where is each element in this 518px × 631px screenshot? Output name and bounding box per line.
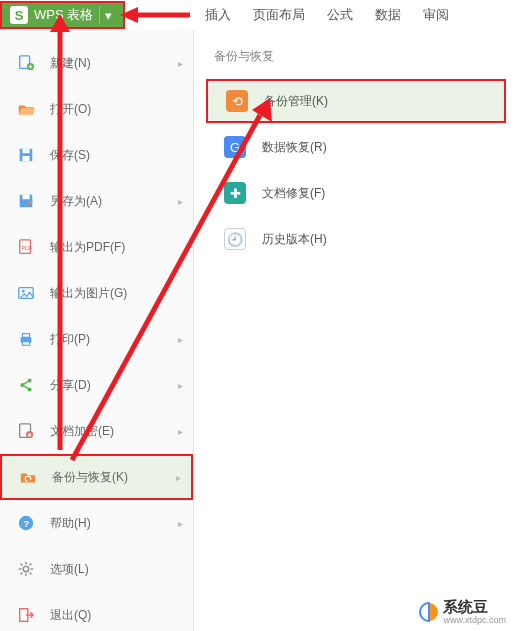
- menu-item-backup[interactable]: 备份与恢复(K)▸: [0, 454, 193, 500]
- menu-label: 选项(L): [50, 561, 89, 578]
- menu-item-saveas[interactable]: 另存为(A)▸: [0, 178, 193, 224]
- open-icon: [16, 99, 36, 119]
- app-name: WPS 表格: [34, 6, 93, 24]
- submenu-icon: ✚: [224, 182, 246, 204]
- chevron-right-icon: ▸: [178, 58, 183, 69]
- submenu-label: 数据恢复(R): [262, 139, 327, 156]
- submenu-icon: G: [224, 136, 246, 158]
- menu-label: 输出为PDF(F): [50, 239, 125, 256]
- menu-item-pdf[interactable]: PDF输出为PDF(F): [0, 224, 193, 270]
- print-icon: [16, 329, 36, 349]
- submenu-label: 文档修复(F): [262, 185, 325, 202]
- menu-item-options[interactable]: 选项(L): [0, 546, 193, 592]
- submenu-item-0[interactable]: ⟲备份管理(K): [206, 79, 506, 123]
- svg-rect-3: [22, 149, 29, 154]
- watermark: 系统豆 www.xtdpc.com: [419, 598, 506, 625]
- menu-label: 打印(P): [50, 331, 90, 348]
- save-icon: [16, 145, 36, 165]
- submenu-item-3[interactable]: 🕘历史版本(H): [206, 217, 506, 261]
- menu-label: 备份与恢复(K): [52, 469, 128, 486]
- file-menu: 新建(N)▸打开(O)保存(S)另存为(A)▸PDF输出为PDF(F)输出为图片…: [0, 30, 194, 631]
- submenu-item-2[interactable]: ✚文档修复(F): [206, 171, 506, 215]
- menu-item-open[interactable]: 打开(O): [0, 86, 193, 132]
- menu-label: 打开(O): [50, 101, 91, 118]
- menu-item-help[interactable]: ?帮助(H)▸: [0, 500, 193, 546]
- encrypt-icon: [16, 421, 36, 441]
- svg-text:PDF: PDF: [22, 245, 33, 251]
- chevron-right-icon: ▸: [178, 518, 183, 529]
- chevron-right-icon: ▸: [176, 472, 181, 483]
- menu-label: 文档加密(E): [50, 423, 114, 440]
- menu-item-new[interactable]: 新建(N)▸: [0, 40, 193, 86]
- menu-label: 输出为图片(G): [50, 285, 127, 302]
- options-icon: [16, 559, 36, 579]
- svg-line-27: [21, 564, 23, 566]
- menu-label: 分享(D): [50, 377, 91, 394]
- submenu-icon: ⟲: [226, 90, 248, 112]
- chevron-right-icon: ▸: [178, 334, 183, 345]
- svg-line-30: [30, 564, 32, 566]
- ribbon-tabs: 插入 页面布局 公式 数据 审阅: [205, 6, 449, 24]
- submenu-panel: 备份与恢复 ⟲备份管理(K)G数据恢复(R)✚文档修复(F)🕘历史版本(H): [194, 30, 518, 631]
- submenu-label: 备份管理(K): [264, 93, 328, 110]
- pdf-icon: PDF: [16, 237, 36, 257]
- tab-formula[interactable]: 公式: [327, 6, 353, 24]
- submenu-label: 历史版本(H): [262, 231, 327, 248]
- help-icon: ?: [16, 513, 36, 533]
- menu-label: 新建(N): [50, 55, 91, 72]
- chevron-down-icon: ▾: [99, 6, 117, 24]
- image-icon: [16, 283, 36, 303]
- chevron-right-icon: ▸: [178, 380, 183, 391]
- svg-text:?: ?: [23, 518, 29, 529]
- svg-rect-12: [22, 334, 29, 338]
- menu-label: 另存为(A): [50, 193, 102, 210]
- svg-rect-19: [28, 434, 31, 437]
- share-icon: [16, 375, 36, 395]
- menu-item-share[interactable]: 分享(D)▸: [0, 362, 193, 408]
- app-logo-icon: S: [10, 6, 28, 24]
- app-menu-button[interactable]: S WPS 表格 ▾: [0, 1, 125, 29]
- svg-point-10: [22, 290, 25, 293]
- menu-item-exit[interactable]: 退出(Q): [0, 592, 193, 631]
- menu-label: 帮助(H): [50, 515, 91, 532]
- submenu-item-1[interactable]: G数据恢复(R): [206, 125, 506, 169]
- submenu-icon: 🕘: [224, 228, 246, 250]
- menu-item-encrypt[interactable]: 文档加密(E)▸: [0, 408, 193, 454]
- chevron-right-icon: ▸: [178, 196, 183, 207]
- svg-rect-13: [22, 342, 29, 346]
- watermark-logo-icon: [419, 602, 439, 622]
- backup-icon: [18, 467, 38, 487]
- svg-point-22: [23, 566, 28, 571]
- menu-label: 退出(Q): [50, 607, 91, 624]
- menu-item-image[interactable]: 输出为图片(G): [0, 270, 193, 316]
- watermark-url: www.xtdpc.com: [443, 615, 506, 625]
- svg-line-28: [30, 573, 32, 575]
- saveas-icon: [16, 191, 36, 211]
- new-icon: [16, 53, 36, 73]
- tab-data[interactable]: 数据: [375, 6, 401, 24]
- exit-icon: [16, 605, 36, 625]
- svg-line-29: [21, 573, 23, 575]
- tab-review[interactable]: 审阅: [423, 6, 449, 24]
- chevron-right-icon: ▸: [178, 426, 183, 437]
- svg-rect-4: [22, 156, 29, 161]
- tab-layout[interactable]: 页面布局: [253, 6, 305, 24]
- svg-rect-6: [22, 195, 29, 200]
- menu-label: 保存(S): [50, 147, 90, 164]
- menu-item-save[interactable]: 保存(S): [0, 132, 193, 178]
- panel-title: 备份与恢复: [214, 48, 506, 65]
- tab-insert[interactable]: 插入: [205, 6, 231, 24]
- menu-item-print[interactable]: 打印(P)▸: [0, 316, 193, 362]
